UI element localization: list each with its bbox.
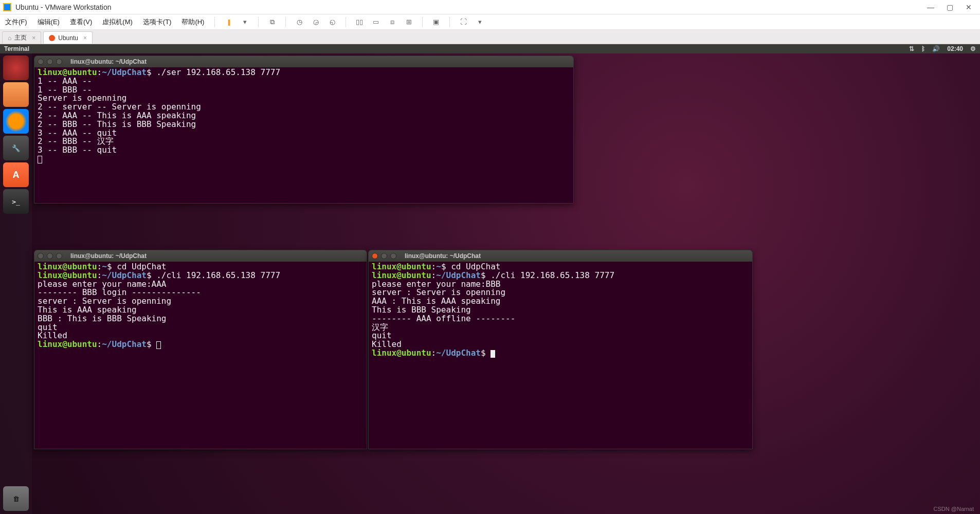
window-close-button[interactable]	[372, 253, 378, 259]
terminal-body[interactable]: linux@ubuntu:~$ cd UdpChat linux@ubuntu:…	[34, 262, 367, 350]
terminal-title: linux@ubuntu: ~/UdpChat	[65, 252, 364, 260]
terminal-body[interactable]: linux@ubuntu:~/UdpChat$ ./ser 192.168.65…	[34, 67, 573, 164]
minimize-button[interactable]: —	[924, 3, 937, 11]
layout-thumb-icon[interactable]: ▭	[371, 17, 381, 27]
launcher-firefox[interactable]	[3, 109, 29, 134]
menubar: 文件(F) 编辑(E) 查看(V) 虚拟机(M) 选项卡(T) 帮助(H) ||…	[0, 14, 980, 30]
terminal-title: linux@ubuntu: ~/UdpChat	[65, 58, 570, 65]
close-button[interactable]: ✕	[963, 3, 975, 11]
gear-icon[interactable]: ⚙	[970, 45, 976, 52]
ubuntu-icon	[49, 35, 55, 41]
terminal-window-client-bbb[interactable]: linux@ubuntu: ~/UdpChat linux@ubuntu:~$ …	[368, 250, 753, 449]
separator	[214, 17, 215, 27]
clock[interactable]: 02:40	[947, 45, 963, 52]
dropdown-icon[interactable]: ▾	[475, 17, 485, 27]
separator	[422, 17, 423, 27]
pause-button[interactable]: ||	[223, 17, 233, 27]
separator	[449, 17, 450, 27]
home-icon: ⌂	[8, 34, 11, 42]
layout-single-icon[interactable]: ▯▯	[354, 17, 365, 27]
fullscreen-icon[interactable]: ⛶	[458, 17, 468, 27]
bluetooth-icon[interactable]: ᛒ	[921, 45, 925, 52]
tab-home-label: 主页	[14, 33, 27, 42]
close-icon[interactable]: ×	[32, 34, 35, 42]
unity-launcher: 🔧 A >_ 🗑	[0, 53, 32, 514]
terminal-title: linux@ubuntu: ~/UdpChat	[400, 252, 749, 260]
separator	[285, 17, 286, 27]
window-title: Ubuntu - VMware Workstation	[15, 3, 924, 11]
menu-tabs[interactable]: 选项卡(T)	[141, 16, 174, 28]
launcher-terminal[interactable]: >_	[3, 189, 29, 214]
terminal-window-server[interactable]: linux@ubuntu: ~/UdpChat linux@ubuntu:~/U…	[34, 56, 574, 204]
launcher-trash[interactable]: 🗑	[3, 486, 29, 511]
menu-help[interactable]: 帮助(H)	[179, 16, 206, 28]
windows-titlebar: Ubuntu - VMware Workstation — ▢ ✕	[0, 0, 980, 14]
window-maximize-button[interactable]	[390, 253, 396, 259]
window-minimize-button[interactable]	[381, 253, 387, 259]
watermark: CSDN @Narnat	[934, 506, 974, 512]
send-ctrlaltdel-icon[interactable]: ⧉	[267, 17, 277, 27]
layout-appview-icon[interactable]: ⊞	[404, 17, 414, 27]
window-minimize-button[interactable]	[47, 59, 53, 65]
window-close-button[interactable]	[38, 59, 44, 65]
volume-icon[interactable]: 🔊	[932, 45, 940, 52]
terminal-titlebar[interactable]: linux@ubuntu: ~/UdpChat	[34, 56, 573, 67]
maximize-button[interactable]: ▢	[943, 3, 956, 11]
launcher-software[interactable]: A	[3, 162, 29, 187]
close-icon[interactable]: ×	[83, 34, 87, 42]
dropdown-icon[interactable]: ▾	[240, 17, 250, 27]
vmware-icon	[3, 3, 11, 11]
launcher-dash[interactable]	[3, 56, 29, 80]
ubuntu-desktop: Terminal ⇅ ᛒ 🔊 02:40 ⚙ 🔧 A >_ 🗑 linux@ub…	[0, 44, 980, 514]
tabs-row: ⌂ 主页 × Ubuntu ×	[0, 30, 980, 44]
network-icon[interactable]: ⇅	[909, 45, 914, 52]
snapshot-icon[interactable]: ◷	[294, 17, 304, 27]
terminal-window-client-aaa[interactable]: linux@ubuntu: ~/UdpChat linux@ubuntu:~$ …	[34, 250, 367, 449]
layout-unity-icon[interactable]: ⧈	[387, 17, 397, 27]
console-icon[interactable]: ▣	[431, 17, 441, 27]
window-maximize-button[interactable]	[56, 59, 62, 65]
terminal-body[interactable]: linux@ubuntu:~$ cd UdpChat linux@ubuntu:…	[369, 262, 752, 359]
window-maximize-button[interactable]	[56, 253, 62, 259]
launcher-files[interactable]	[3, 82, 29, 107]
tab-home[interactable]: ⌂ 主页 ×	[2, 31, 41, 44]
revert-icon[interactable]: ◵	[327, 17, 337, 27]
tab-ubuntu[interactable]: Ubuntu ×	[43, 31, 93, 44]
window-minimize-button[interactable]	[47, 253, 53, 259]
launcher-settings[interactable]: 🔧	[3, 136, 29, 160]
snapshot-manager-icon[interactable]: ◶	[311, 17, 321, 27]
tab-ubuntu-label: Ubuntu	[58, 34, 78, 42]
panel-app-name: Terminal	[4, 45, 909, 52]
terminal-titlebar[interactable]: linux@ubuntu: ~/UdpChat	[369, 250, 752, 262]
terminal-titlebar[interactable]: linux@ubuntu: ~/UdpChat	[34, 250, 367, 262]
menu-edit[interactable]: 编辑(E)	[35, 16, 62, 28]
ubuntu-top-panel: Terminal ⇅ ᛒ 🔊 02:40 ⚙	[0, 44, 980, 53]
window-close-button[interactable]	[38, 253, 44, 259]
separator	[346, 17, 346, 27]
menu-view[interactable]: 查看(V)	[68, 16, 94, 28]
separator	[258, 17, 259, 27]
menu-vm[interactable]: 虚拟机(M)	[100, 16, 135, 28]
menu-file[interactable]: 文件(F)	[3, 16, 29, 28]
